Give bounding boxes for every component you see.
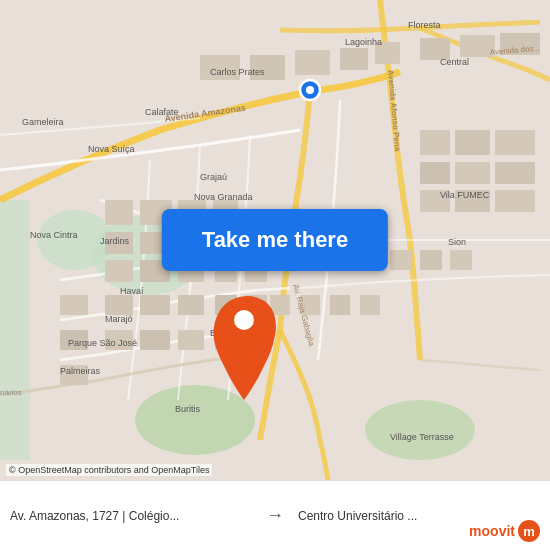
- svg-point-4: [365, 400, 475, 460]
- svg-rect-31: [140, 330, 170, 350]
- svg-rect-49: [420, 162, 450, 184]
- svg-text:Palmeiras: Palmeiras: [60, 366, 101, 376]
- svg-text:Nova Suíça: Nova Suíça: [88, 144, 135, 154]
- svg-text:Nova Cintra: Nova Cintra: [30, 230, 78, 240]
- svg-text:Nova Granada: Nova Granada: [194, 192, 253, 202]
- moovit-logo: moovit m: [469, 520, 540, 542]
- svg-point-3: [135, 385, 255, 455]
- svg-text:Carlos Prates: Carlos Prates: [210, 67, 265, 77]
- moovit-text: moovit: [469, 523, 515, 539]
- svg-text:Floresta: Floresta: [408, 20, 441, 30]
- svg-point-81: [306, 86, 314, 94]
- svg-rect-29: [450, 250, 472, 270]
- svg-rect-54: [495, 190, 535, 212]
- svg-rect-5: [0, 200, 30, 460]
- svg-rect-26: [360, 295, 380, 315]
- svg-point-82: [234, 310, 254, 330]
- moovit-icon: m: [518, 520, 540, 542]
- map-attribution: © OpenStreetMap contributors and OpenMap…: [6, 464, 212, 476]
- cta-button-wrapper[interactable]: Take me there: [162, 209, 388, 271]
- svg-text:Havaí: Havaí: [120, 286, 144, 296]
- svg-text:Gameleira: Gameleira: [22, 117, 64, 127]
- svg-rect-20: [178, 295, 204, 315]
- svg-rect-28: [420, 250, 442, 270]
- svg-text:Central: Central: [440, 57, 469, 67]
- svg-text:nários: nários: [0, 388, 22, 397]
- svg-rect-40: [295, 50, 330, 75]
- map-container: Avenida Amazonas Avenida Afonso Pena Av.…: [0, 0, 550, 480]
- svg-rect-18: [105, 295, 133, 315]
- svg-text:Lagoinha: Lagoinha: [345, 37, 382, 47]
- app: Avenida Amazonas Avenida Afonso Pena Av.…: [0, 0, 550, 550]
- svg-rect-46: [420, 130, 450, 155]
- svg-text:Jardins: Jardins: [100, 236, 130, 246]
- svg-text:Village Terrasse: Village Terrasse: [390, 432, 454, 442]
- svg-rect-48: [495, 130, 535, 155]
- bottom-bar: Av. Amazonas, 1727 | Colégio... → Centro…: [0, 480, 550, 550]
- svg-rect-47: [455, 130, 490, 155]
- svg-rect-27: [390, 250, 412, 270]
- arrow-right-icon: →: [266, 505, 284, 526]
- svg-rect-50: [455, 162, 490, 184]
- route-from-label: Av. Amazonas, 1727 | Colégio...: [10, 509, 260, 523]
- svg-text:Grajaú: Grajaú: [200, 172, 227, 182]
- svg-rect-35: [60, 295, 88, 315]
- svg-text:Parque São José: Parque São José: [68, 338, 137, 348]
- svg-rect-13: [105, 260, 133, 282]
- svg-rect-41: [340, 48, 368, 70]
- svg-text:Marajó: Marajó: [105, 314, 133, 324]
- take-me-there-button[interactable]: Take me there: [162, 209, 388, 271]
- svg-rect-51: [495, 162, 535, 184]
- svg-text:Vila FUMEC: Vila FUMEC: [440, 190, 490, 200]
- svg-rect-25: [330, 295, 350, 315]
- svg-text:Buritis: Buritis: [175, 404, 201, 414]
- svg-rect-32: [178, 330, 204, 350]
- svg-rect-6: [105, 200, 133, 225]
- svg-rect-19: [140, 295, 170, 315]
- svg-text:Calafate: Calafate: [145, 107, 179, 117]
- svg-text:Sion: Sion: [448, 237, 466, 247]
